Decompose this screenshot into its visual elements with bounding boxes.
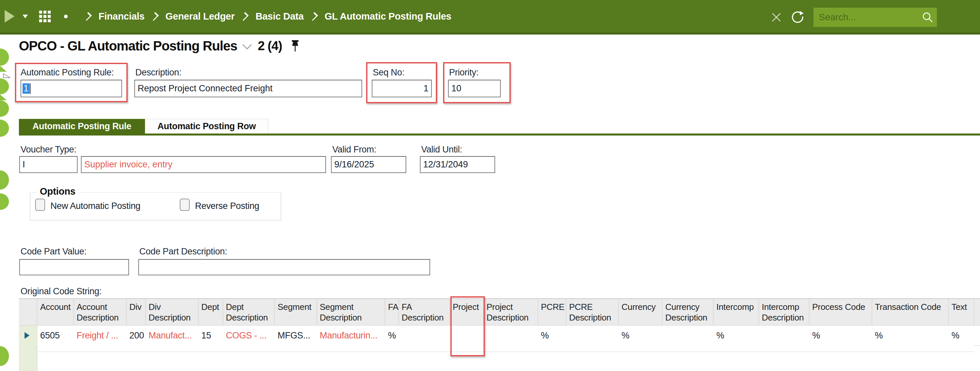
row-selector-cell[interactable] xyxy=(19,326,38,345)
column-header-project[interactable]: Project xyxy=(450,299,484,325)
edge-circle-icon xyxy=(0,78,9,94)
cell-dept[interactable]: 15 xyxy=(199,326,223,345)
table-row[interactable]: 6505 Freight / ... 200 Manufact... 15 CO… xyxy=(19,326,980,346)
cell-fa-description[interactable] xyxy=(399,326,450,345)
topbar-left-cluster: Financials General Ledger Basic Data GL … xyxy=(0,10,451,22)
cell-div-description[interactable]: Manufact... xyxy=(146,326,199,345)
column-header-segment-description[interactable]: Segment Description xyxy=(317,299,385,325)
valid-until-input[interactable] xyxy=(420,156,495,173)
cell-div[interactable]: 200 xyxy=(127,326,146,345)
reverse-posting-label: Reverse Posting xyxy=(195,201,259,211)
edge-circle-icon xyxy=(0,346,9,366)
column-header-div[interactable]: Div xyxy=(127,299,146,325)
search-icon[interactable] xyxy=(922,11,934,25)
column-header-pcre[interactable]: PCRE xyxy=(538,299,566,325)
cell-segment[interactable]: MFGS... xyxy=(275,326,317,345)
breadcrumb-item-financials[interactable]: Financials xyxy=(99,11,145,22)
page-header: OPCO - GL Automatic Posting Rules 2 (4) xyxy=(19,38,300,53)
priority-input[interactable] xyxy=(448,80,501,97)
automatic-posting-rule-input[interactable]: 1 xyxy=(21,80,122,97)
text-caret xyxy=(30,83,30,94)
cell-intercomp[interactable]: % xyxy=(714,326,759,345)
cell-account-description[interactable]: Freight / ... xyxy=(74,326,127,345)
close-icon[interactable] xyxy=(770,11,782,23)
new-automatic-posting-label: New Automatic Posting xyxy=(51,201,140,211)
column-header-text[interactable]: Text xyxy=(949,299,974,325)
column-header-currency-description[interactable]: Currency Description xyxy=(663,299,714,325)
tab-label: Automatic Posting Row xyxy=(158,121,256,131)
play-icon[interactable] xyxy=(5,10,14,22)
column-header-dept-description[interactable]: Dept Description xyxy=(223,299,275,325)
valid-from-label: Valid From: xyxy=(332,144,376,155)
column-header-currency[interactable]: Currency xyxy=(619,299,663,325)
search-box xyxy=(813,8,937,27)
valid-from-input[interactable] xyxy=(331,156,406,173)
app-grid-icon[interactable] xyxy=(39,11,51,22)
table-header-row: Account Account Description Div Div Desc… xyxy=(19,299,980,326)
tab-label: Automatic Posting Rule xyxy=(32,121,131,131)
edge-circle-icon xyxy=(0,170,9,190)
column-header-transaction-code[interactable]: Transaction Code xyxy=(872,299,949,325)
column-header-fa[interactable]: FA xyxy=(385,299,399,325)
code-part-description-input[interactable] xyxy=(138,259,430,275)
breadcrumb: Financials General Ledger Basic Data GL … xyxy=(78,11,451,22)
cell-currency-description[interactable] xyxy=(663,326,714,345)
breadcrumb-separator-icon xyxy=(150,12,159,21)
chevron-down-icon[interactable] xyxy=(242,40,252,49)
new-automatic-posting-checkbox[interactable] xyxy=(35,198,45,211)
cell-process-code[interactable]: % xyxy=(810,326,872,345)
column-header-project-description[interactable]: Project Description xyxy=(484,299,538,325)
selected-text: 1 xyxy=(22,83,30,94)
valid-until-label: Valid Until: xyxy=(421,144,462,155)
table-empty-area xyxy=(38,345,974,352)
original-code-string-label: Original Code String: xyxy=(21,286,102,297)
pin-icon[interactable] xyxy=(291,40,300,53)
column-header-process-code[interactable]: Process Code xyxy=(810,299,872,325)
refresh-icon[interactable] xyxy=(791,10,805,24)
column-header-dept[interactable]: Dept xyxy=(199,299,223,325)
tab-automatic-posting-rule[interactable]: Automatic Posting Rule xyxy=(19,119,145,134)
breadcrumb-item-current-page[interactable]: GL Automatic Posting Rules xyxy=(325,11,451,22)
seq-no-label: Seq No: xyxy=(373,67,404,78)
automatic-posting-rule-label: Automatic Posting Rule: xyxy=(21,67,114,78)
column-header-div-description[interactable]: Div Description xyxy=(146,299,199,325)
cell-transaction-code[interactable]: % xyxy=(872,326,949,345)
column-header-intercomp-description[interactable]: Intercomp Description xyxy=(759,299,810,325)
column-header-pcre-description[interactable]: PCRE Description xyxy=(566,299,619,325)
column-header-fa-description[interactable]: FA Description xyxy=(399,299,450,325)
column-header-segment[interactable]: Segment xyxy=(275,299,317,325)
breadcrumb-separator-icon xyxy=(240,12,249,21)
tab-automatic-posting-row[interactable]: Automatic Posting Row xyxy=(145,119,268,134)
cell-pcre[interactable]: % xyxy=(538,326,566,345)
cell-intercomp-description[interactable] xyxy=(759,326,810,345)
reverse-posting-checkbox[interactable] xyxy=(180,198,190,211)
code-part-value-input[interactable] xyxy=(19,259,129,275)
cell-segment-description[interactable]: Manufacturin... xyxy=(317,326,385,345)
cell-currency[interactable]: % xyxy=(619,326,663,345)
chevron-down-icon[interactable] xyxy=(22,14,28,18)
column-header-filler xyxy=(974,299,979,325)
column-header-intercomp[interactable]: Intercomp xyxy=(714,299,759,325)
cell-project[interactable] xyxy=(450,326,484,345)
seq-no-input[interactable] xyxy=(372,80,432,97)
search-input[interactable] xyxy=(813,8,937,27)
column-header-account[interactable]: Account xyxy=(38,299,74,325)
edge-circle-icon xyxy=(0,193,9,210)
row-selector-column-strip xyxy=(19,345,38,371)
cell-project-description[interactable] xyxy=(484,326,538,345)
edge-wedge-icon xyxy=(0,66,6,72)
voucher-type-description-input[interactable] xyxy=(81,156,326,173)
cell-dept-description[interactable]: COGS - ... xyxy=(223,326,275,345)
cell-fa[interactable]: % xyxy=(385,326,399,345)
voucher-type-code-input[interactable] xyxy=(19,156,78,173)
breadcrumb-item-basic-data[interactable]: Basic Data xyxy=(255,11,304,22)
cell-text[interactable]: % xyxy=(949,326,974,345)
cell-account[interactable]: 6505 xyxy=(38,326,74,345)
description-input[interactable] xyxy=(134,80,362,97)
breadcrumb-separator-icon xyxy=(309,12,318,21)
breadcrumb-item-general-ledger[interactable]: General Ledger xyxy=(165,11,235,22)
original-code-string-table: Account Account Description Div Div Desc… xyxy=(19,298,980,346)
cell-pcre-description[interactable] xyxy=(566,326,619,345)
column-header-account-description[interactable]: Account Description xyxy=(74,299,127,325)
priority-label: Priority: xyxy=(449,67,479,78)
